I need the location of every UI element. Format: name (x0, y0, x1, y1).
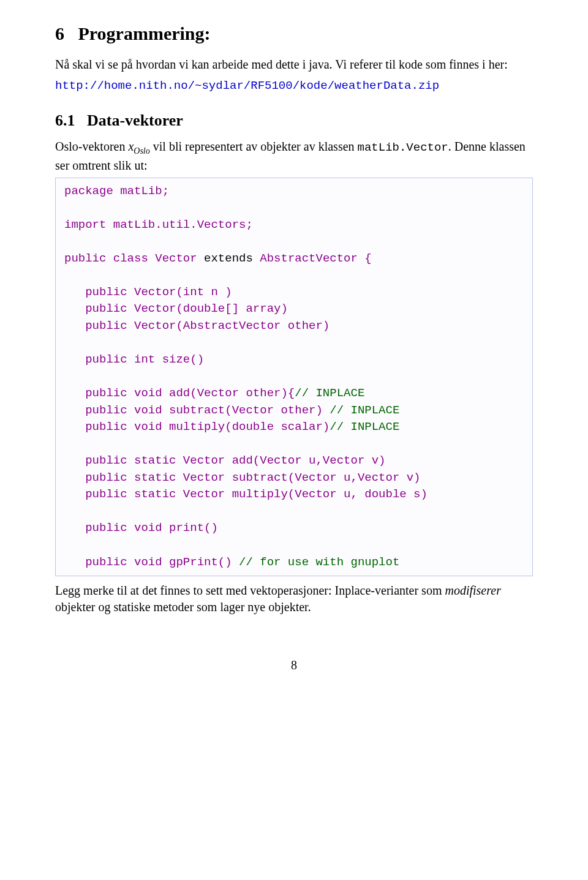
code-comment: // INPLACE (330, 420, 399, 434)
code-line: public static Vector multiply(Vector u, … (64, 487, 428, 501)
code-comment: // for use with gnuplot (239, 555, 399, 569)
source-url: http://home.nith.no/~sydlar/RF5100/kode/… (55, 79, 439, 92)
code-line: public Vector(double[] array) (64, 302, 288, 315)
code-line: public Vector(AbstractVector other) (64, 319, 330, 333)
code-comment: // INPLACE (295, 386, 364, 400)
class-intro-paragraph: Oslo-vektoren xOslo vil bli representert… (55, 138, 533, 174)
code-line: public static Vector add(Vector u,Vector… (64, 454, 386, 467)
code-line: public int size() (64, 353, 204, 366)
code-line: public void print() (64, 521, 218, 535)
text-fragment: Oslo-vektoren (55, 140, 128, 153)
code-keyword: extends (204, 252, 253, 265)
class-name-mono: matLib.Vector (358, 141, 448, 154)
code-line: public class Vector (64, 252, 204, 265)
code-comment: // INPLACE (330, 404, 399, 417)
emphasized-word: modifiserer (445, 584, 500, 597)
code-line: public void add(Vector other){ (64, 386, 295, 400)
text-fragment: objekter og statiske metoder som lager n… (55, 600, 311, 614)
intro-paragraph: Nå skal vi se på hvordan vi kan arbeide … (55, 56, 533, 73)
text-fragment: Legg merke til at det finnes to sett med… (55, 584, 445, 597)
code-listing: package matLib; import matLib.util.Vecto… (55, 178, 533, 577)
code-line: public void gpPrint() (64, 555, 239, 569)
code-line: public static Vector subtract(Vector u,V… (64, 471, 421, 484)
variable-subscript: Oslo (134, 146, 149, 156)
code-line: package matLib; (64, 184, 169, 198)
code-line: public Vector(int n ) (64, 285, 232, 299)
code-line: public void multiply(double scalar) (64, 420, 330, 434)
outro-paragraph: Legg merke til at det finnes to sett med… (55, 582, 533, 615)
code-line: import matLib.util.Vectors; (64, 218, 253, 231)
subsection-heading: 6.1 Data-vektorer (55, 111, 533, 130)
section-heading: 6 Programmering: (55, 23, 533, 44)
code-line: AbstractVector { (253, 252, 372, 265)
variable-x: x (128, 140, 134, 153)
page-number: 8 (55, 658, 533, 672)
text-fragment: vil bli representert av objekter av klas… (150, 140, 358, 153)
code-line: public void subtract(Vector other) (64, 404, 330, 417)
